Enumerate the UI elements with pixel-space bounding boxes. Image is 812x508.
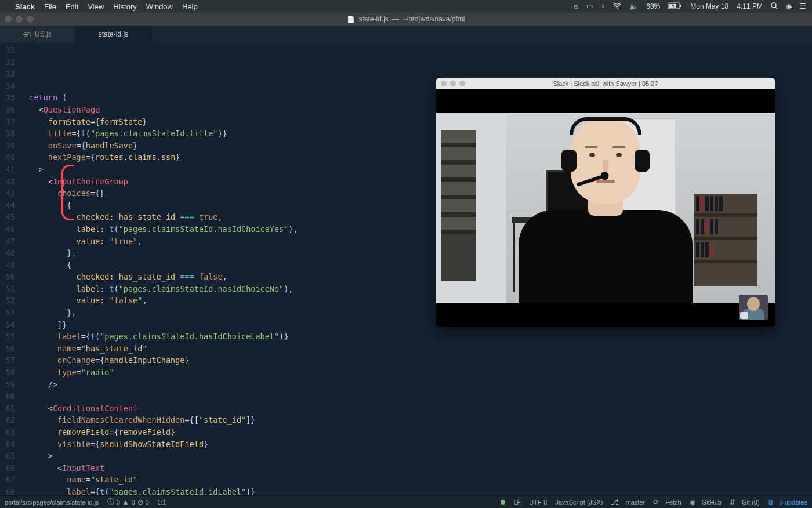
status-server[interactable] (501, 500, 505, 505)
editor-window-titlebar: 📄 state-id.js — ~/projects/nava/pfml (0, 13, 812, 26)
slack-call-min[interactable] (450, 81, 456, 86)
bluetooth-icon[interactable]: ᚼ (601, 2, 605, 10)
svg-rect-2 (680, 5, 682, 7)
svg-point-4 (771, 3, 776, 8)
menubar-date[interactable]: Mon May 18 (690, 2, 728, 10)
slack-call-traffic-lights[interactable] (441, 81, 465, 86)
sync-icon: ⟳ (653, 498, 659, 506)
airplay-icon[interactable]: ▭ (586, 2, 593, 10)
window-title-sep: — (392, 15, 399, 23)
control-center-icon[interactable]: ☰ (800, 2, 806, 10)
spotlight-icon[interactable] (771, 2, 778, 11)
screen-share-icon (740, 312, 748, 319)
macos-menubar: Slack File Edit View History Window Help… (0, 0, 812, 13)
status-encoding[interactable]: UTF-8 (529, 499, 547, 506)
svg-point-0 (617, 8, 618, 9)
window-title-path: ~/projects/nava/pfml (403, 15, 465, 23)
info-icon: ⓘ (107, 497, 114, 507)
tab-state-id[interactable]: state-id.js (75, 26, 152, 43)
line-number-gutter: 3132333435363738394041424344454647484950… (0, 43, 20, 495)
menu-file[interactable]: File (44, 2, 56, 11)
status-branch[interactable]: ⎇ master (611, 498, 645, 506)
status-updates[interactable]: ⧉ 5 updates (768, 498, 807, 506)
window-title-file: state-id.js (358, 15, 388, 23)
status-fetch[interactable]: ⟳ Fetch (653, 498, 682, 506)
file-icon: 📄 (347, 16, 355, 23)
slack-call-self-preview[interactable] (739, 295, 768, 320)
status-cursor-position[interactable]: 1:1 (157, 499, 166, 506)
menu-window[interactable]: Window (146, 2, 173, 11)
error-icon: ⊘ (137, 498, 143, 506)
app-menu[interactable]: Slack (15, 2, 35, 11)
status-icon-1[interactable]: ⎋ (574, 2, 578, 10)
tab-en-us[interactable]: en_US.js (0, 26, 75, 43)
battery-percent: 68% (646, 2, 660, 10)
branch-icon: ⎇ (611, 498, 619, 506)
status-github[interactable]: ◉ GitHub (690, 498, 722, 506)
menu-edit[interactable]: Edit (66, 2, 78, 11)
status-git[interactable]: ⇵ Git (0) (730, 498, 760, 506)
annotation-bracket (61, 165, 74, 220)
tab-label: state-id.js (99, 30, 128, 38)
warning-icon: ▲ (122, 498, 129, 506)
package-icon: ⧉ (768, 498, 773, 506)
tab-label: en_US.js (23, 30, 52, 38)
editor-status-bar: portal/src/pages/claims/state-id.js ⓘ0 ▲… (0, 495, 812, 508)
editor-tab-bar: en_US.js state-id.js (0, 26, 812, 43)
menubar-time[interactable]: 4:11 PM (737, 2, 763, 10)
window-maximize-button[interactable] (27, 16, 34, 23)
wifi-icon[interactable] (613, 2, 621, 10)
slack-call-max[interactable] (459, 81, 465, 86)
slack-call-titlebar[interactable]: Slack | Slack call with Sawyer | 05:27 (436, 78, 775, 89)
slack-call-remote-video (436, 113, 775, 303)
status-dot-icon (501, 500, 505, 505)
git-icon: ⇵ (730, 498, 735, 506)
window-minimize-button[interactable] (16, 16, 23, 23)
status-line-ending[interactable]: LF (513, 499, 521, 506)
battery-icon[interactable] (668, 2, 682, 11)
slack-call-video-area (436, 89, 775, 327)
github-icon: ◉ (690, 498, 695, 506)
menu-history[interactable]: History (113, 2, 136, 11)
window-close-button[interactable] (5, 16, 12, 23)
slack-call-close[interactable] (441, 81, 447, 86)
status-file-path[interactable]: portal/src/pages/claims/state-id.js (5, 499, 99, 506)
menu-view[interactable]: View (88, 2, 104, 11)
svg-line-5 (775, 7, 777, 9)
window-traffic-lights[interactable] (5, 16, 34, 23)
menu-help[interactable]: Help (182, 2, 198, 11)
volume-icon[interactable]: 🔈 (629, 2, 638, 10)
status-diagnostics[interactable]: ⓘ0 ▲0 ⊘0 (107, 497, 149, 507)
status-language[interactable]: JavaScript (JSX) (555, 499, 603, 506)
slack-call-title: Slack | Slack call with Sawyer | 05:27 (553, 80, 658, 87)
user-icon[interactable]: ◉ (786, 2, 792, 10)
remote-participant (501, 135, 710, 303)
slack-call-window[interactable]: Slack | Slack call with Sawyer | 05:27 (436, 78, 775, 327)
